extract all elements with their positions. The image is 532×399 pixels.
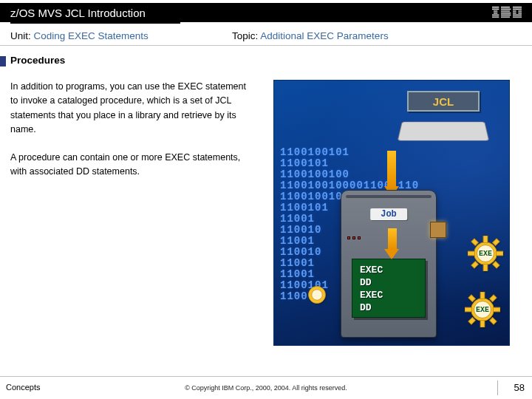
arrow-2 [388, 228, 397, 249]
gear-icon-3 [304, 282, 330, 308]
title-underline [10, 22, 180, 24]
svg-rect-12 [513, 7, 522, 7]
unit-meta: Unit: Coding EXEC Statements [10, 30, 232, 41]
svg-rect-22 [483, 264, 488, 271]
svg-rect-38 [490, 318, 497, 325]
svg-rect-6 [501, 7, 510, 7]
gear-icon-1: EXE [468, 236, 503, 271]
svg-rect-7 [501, 9, 511, 10]
svg-rect-4 [492, 15, 499, 16]
svg-rect-17 [518, 13, 522, 13]
svg-rect-37 [468, 318, 476, 325]
svg-rect-34 [493, 307, 500, 312]
svg-rect-9 [501, 13, 511, 13]
server-tower: Job EXEC DD EXEC DD [341, 190, 437, 338]
svg-rect-2 [494, 10, 497, 11]
body-text: In addition to programs, you can use the… [10, 80, 254, 192]
svg-rect-27 [471, 262, 479, 269]
svg-rect-10 [501, 15, 511, 16]
svg-rect-32 [480, 320, 485, 327]
footer-copyright: © Copyright IBM Corp., 2000, 2004. All r… [0, 384, 532, 392]
arrow-2-head [384, 249, 399, 259]
exec-line-3: EXEC [360, 289, 417, 301]
paragraph-1: In addition to programs, you can use the… [10, 80, 254, 137]
topic-label: Topic: [232, 30, 258, 41]
svg-rect-18 [513, 15, 522, 16]
svg-rect-8 [501, 10, 510, 11]
gear-label-1: EXE [479, 250, 492, 258]
svg-rect-15 [518, 10, 522, 11]
svg-rect-0 [492, 7, 499, 7]
keyboard-icon [400, 116, 487, 146]
exec-line-4: DD [360, 301, 417, 314]
svg-rect-5 [492, 16, 499, 17]
jcl-label-box: JCL [407, 91, 480, 112]
gear-icon-2: EXE [465, 292, 500, 327]
svg-rect-36 [490, 295, 497, 302]
section-marker-icon [0, 56, 6, 66]
svg-rect-19 [513, 16, 522, 17]
topic-value: Additional EXEC Parameters [260, 30, 388, 41]
svg-rect-28 [493, 262, 500, 269]
unit-value: Coding EXEC Statements [34, 30, 149, 41]
ibm-logo [492, 7, 522, 18]
page-number: 58 [514, 382, 525, 393]
meta-row: Unit: Coding EXEC Statements Topic: Addi… [0, 27, 532, 46]
exec-line-1: EXEC [360, 264, 417, 276]
exec-line-2: DD [360, 276, 417, 289]
footer-divider [0, 376, 532, 377]
arrow-1 [387, 151, 396, 186]
svg-rect-31 [480, 292, 485, 299]
svg-point-41 [312, 290, 322, 300]
svg-rect-3 [494, 13, 497, 13]
svg-rect-24 [496, 251, 503, 256]
svg-rect-16 [513, 13, 516, 13]
svg-rect-26 [493, 239, 500, 246]
paragraph-2: A procedure can contain one or more EXEC… [10, 151, 254, 180]
svg-rect-21 [483, 236, 488, 243]
svg-rect-23 [468, 251, 475, 256]
svg-rect-13 [513, 9, 522, 10]
title-bar: z/OS MVS JCL Introduction [0, 3, 532, 22]
svg-rect-11 [501, 16, 510, 17]
svg-rect-1 [492, 9, 499, 10]
unit-label: Unit: [10, 30, 31, 41]
topic-meta: Topic: Additional EXEC Parameters [232, 30, 389, 41]
footer-sep [497, 381, 498, 395]
section-heading: Procedures [10, 55, 65, 66]
svg-rect-14 [513, 10, 516, 11]
illustration-panel: 1100100101 1100101 1100100100 1100100100… [273, 80, 510, 346]
chip-icon [430, 222, 446, 238]
course-title: z/OS MVS JCL Introduction [10, 7, 492, 19]
svg-rect-35 [468, 295, 476, 302]
gear-label-2: EXE [476, 306, 489, 314]
exec-panel: EXEC DD EXEC DD [352, 259, 426, 318]
job-label: Job [370, 208, 407, 220]
svg-rect-33 [465, 307, 472, 312]
svg-rect-25 [471, 239, 479, 246]
tower-lights [347, 236, 361, 239]
